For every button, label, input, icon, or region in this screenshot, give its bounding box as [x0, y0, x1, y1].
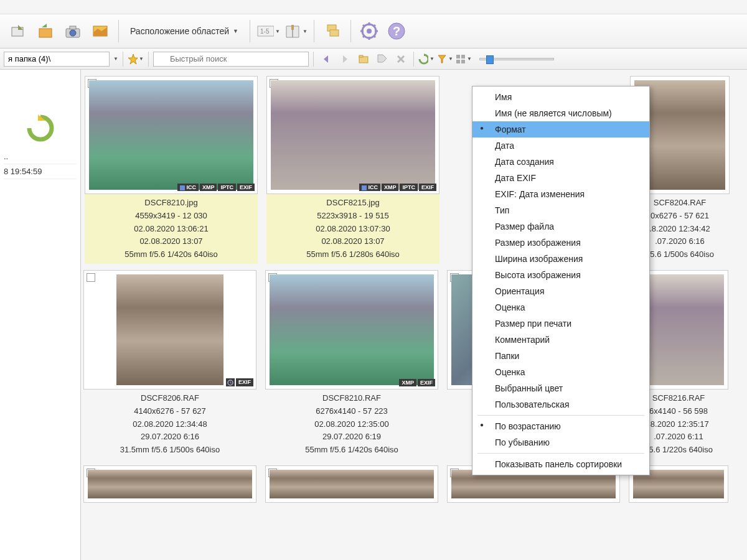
- iptc-badge: IPTC: [400, 184, 418, 191]
- thumbnail-image: [89, 80, 253, 190]
- thumbnail-image: [270, 274, 434, 385]
- menu-item[interactable]: Комментарий: [472, 332, 649, 348]
- exif-badge: EXIF: [236, 378, 253, 386]
- menu-item[interactable]: Пользовательская: [472, 396, 649, 413]
- camera-icon[interactable]: [61, 19, 85, 43]
- chevron-down-icon: ▼: [233, 28, 238, 34]
- menu-item[interactable]: Имя (не является числовым): [472, 105, 649, 121]
- filename: DSCF8215.jpg: [266, 197, 439, 210]
- svg-rect-8: [291, 25, 294, 30]
- svg-line-19: [363, 35, 365, 37]
- path-input[interactable]: [4, 52, 110, 67]
- back-icon[interactable]: [318, 51, 334, 67]
- menu-item[interactable]: По убыванию: [472, 434, 649, 450]
- thumb-meta: DSCF8206.RAF 4140x6276 - 57 627 02.08.20…: [83, 390, 256, 459]
- dimensions: 4559x3419 - 12 030: [85, 210, 258, 223]
- menu-item[interactable]: Формат: [472, 121, 649, 138]
- svg-line-17: [363, 25, 365, 27]
- filename: DSCF8210.RAF: [265, 392, 438, 405]
- exif-badge: EXIF: [418, 379, 435, 386]
- toolbar-separator: [118, 20, 119, 42]
- svg-point-3: [70, 30, 76, 36]
- svg-line-18: [374, 35, 375, 37]
- settings-icon[interactable]: [357, 19, 381, 43]
- metadata-badges: ICC XMP IPTC EXIF: [177, 184, 255, 191]
- sidebar-time: 8 19:54:59: [4, 164, 77, 179]
- picture-icon[interactable]: [88, 19, 112, 43]
- exif-summary: 55mm f/5.6 1/420s 640iso: [85, 248, 258, 261]
- menu-item[interactable]: Размер изображения: [472, 235, 649, 251]
- favorite-star-icon[interactable]: ▼: [128, 51, 144, 67]
- chevron-down-icon[interactable]: ▼: [113, 56, 118, 62]
- menu-item[interactable]: Размер при печати: [472, 315, 649, 332]
- view-mode-icon[interactable]: ▼: [456, 51, 472, 67]
- menu-item[interactable]: Дата: [472, 138, 649, 154]
- menu-item-show-sort-panel[interactable]: Показывать панель сортировки: [472, 456, 649, 472]
- sidebar: .. 8 19:54:59: [0, 70, 81, 560]
- menu-item[interactable]: Папки: [472, 348, 649, 364]
- svg-rect-28: [461, 55, 465, 58]
- svg-text:1-5: 1-5: [260, 28, 270, 35]
- copy-folders-icon[interactable]: [321, 19, 344, 43]
- menu-item[interactable]: Выбранный цвет: [472, 380, 649, 396]
- exif-summary: 55mm f/5.6 1/280s 640iso: [266, 248, 439, 261]
- thumb-card[interactable]: [83, 465, 256, 503]
- date-taken: 02.08.2020 12:35:00: [265, 418, 438, 431]
- close-icon[interactable]: [393, 51, 409, 67]
- date-taken: 02.08.2020 12:34:48: [83, 418, 256, 431]
- refresh-sort-icon[interactable]: ▼: [418, 51, 435, 67]
- zoom-slider[interactable]: [479, 58, 554, 60]
- menu-item[interactable]: Имя: [472, 89, 649, 105]
- filter-icon[interactable]: ▼: [437, 51, 453, 67]
- iptc-badge: IPTC: [218, 184, 236, 191]
- up-folder-icon[interactable]: [26, 113, 55, 143]
- menu-item[interactable]: Тип: [472, 202, 649, 218]
- menu-item[interactable]: Размер файла: [472, 218, 649, 235]
- menu-item[interactable]: Дата создания: [472, 154, 649, 170]
- menu-item[interactable]: Дата EXIF: [472, 170, 649, 186]
- thumb-meta: DSCF8210.jpg 4559x3419 - 12 030 02.08.20…: [85, 194, 258, 264]
- date-modified: 02.08.2020 13:07: [85, 235, 258, 248]
- thumb-card[interactable]: EXIF DSCF8206.RAF 4140x6276 - 57 627 02.…: [83, 270, 256, 459]
- slider-thumb[interactable]: [486, 55, 494, 64]
- filename: DSCF8206.RAF: [83, 392, 256, 405]
- select-checkbox[interactable]: [87, 273, 95, 282]
- import-icon[interactable]: [34, 19, 57, 43]
- menu-item[interactable]: Оценка: [472, 299, 649, 315]
- folder-open-icon[interactable]: [355, 51, 372, 67]
- thumb-meta: DSCF8210.RAF 6276x4140 - 57 223 02.08.20…: [265, 390, 438, 459]
- dimensions: 4140x6276 - 57 627: [83, 405, 256, 418]
- menu-item[interactable]: По возрастанию: [472, 418, 649, 434]
- menu-item[interactable]: Высота изображения: [472, 267, 649, 283]
- search-input[interactable]: [153, 52, 309, 67]
- svg-rect-30: [461, 60, 465, 63]
- thumb-card[interactable]: ICC XMP IPTC EXIF DSCF8210.jpg 4559x3419…: [85, 76, 258, 264]
- tag-icon[interactable]: [374, 51, 390, 67]
- layout-dropdown[interactable]: Расположение областей ▼: [125, 24, 243, 39]
- menu-item[interactable]: Ориентация: [472, 283, 649, 299]
- svg-rect-26: [359, 55, 363, 57]
- menu-item[interactable]: Ширина изображения: [472, 251, 649, 267]
- book-icon[interactable]: ▼: [284, 19, 308, 43]
- thumbnail-image: [88, 470, 252, 498]
- date-taken: 02.08.2020 13:06:21: [85, 223, 258, 236]
- search-field[interactable]: [153, 52, 309, 67]
- xmp-badge: XMP: [382, 184, 399, 191]
- thumbnail-image: [270, 470, 434, 498]
- exif-badge: EXIF: [419, 184, 436, 191]
- icc-badge: ICC: [359, 184, 380, 191]
- thumbnails-icon[interactable]: 1-5 ▼: [256, 19, 280, 43]
- thumb-card[interactable]: XMPEXIF DSCF8210.RAF 6276x4140 - 57 223 …: [265, 270, 438, 459]
- help-icon[interactable]: ?: [385, 19, 408, 43]
- menu-item[interactable]: EXIF: Дата изменения: [472, 186, 649, 202]
- menu-item[interactable]: Оценка: [472, 364, 649, 380]
- thumb-card[interactable]: ICC XMP IPTC EXIF DSCF8215.jpg 5223x3918…: [266, 76, 439, 264]
- svg-text:?: ?: [393, 24, 400, 38]
- svg-rect-4: [70, 26, 76, 29]
- thumb-card[interactable]: [265, 465, 438, 503]
- thumb-meta: DSCF8215.jpg 5223x3918 - 19 515 02.08.20…: [266, 194, 439, 264]
- export-icon[interactable]: [6, 19, 30, 43]
- layout-label: Расположение областей: [130, 26, 229, 36]
- sort-menu: ИмяИмя (не является числовым)ФорматДатаД…: [472, 86, 650, 475]
- forward-icon[interactable]: [337, 51, 353, 67]
